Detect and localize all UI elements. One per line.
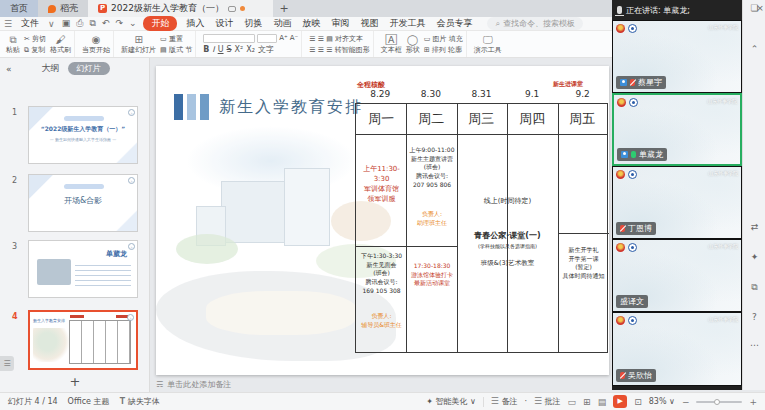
file-chevron-icon [48, 19, 55, 29]
presentation-tools-button[interactable]: 🖵演示工具 [474, 34, 502, 54]
tab-docer[interactable]: 稻壳 [38, 0, 88, 17]
cut-button[interactable]: 剪切 [24, 34, 46, 44]
font-size-box[interactable] [257, 34, 277, 43]
notes-button[interactable]: 备注 [491, 396, 518, 407]
arrange-icon [424, 46, 430, 54]
emblem-logo-icon [616, 170, 625, 179]
slide-thumbnail-1[interactable]: “2022级新生入学教育（一）” — 新生如何快速融入大学生活指南 — [28, 106, 138, 164]
font-name-box[interactable] [203, 34, 255, 43]
preview-icon[interactable] [89, 18, 95, 29]
close-window-icon[interactable] [754, 3, 765, 13]
menu-membership[interactable]: 会员专享 [434, 17, 474, 30]
beauty-icon[interactable] [743, 252, 765, 262]
theme-label[interactable]: Office 主题 [68, 396, 110, 407]
menu-devtools[interactable]: 开发工具 [387, 17, 427, 30]
add-slide-button[interactable]: + [0, 374, 150, 389]
slideshow-play-button[interactable] [613, 395, 627, 408]
current-slide[interactable]: 新生入学教育安排 全程核酸 新生进课堂 8.298.308.319.19.2 [156, 66, 609, 375]
switch-view-icon[interactable] [743, 222, 765, 232]
notes-hint-label: 单击此处添加备注 [167, 379, 231, 390]
layout-switch-icon[interactable] [743, 282, 765, 293]
zoom-level[interactable]: 83% [649, 397, 675, 406]
fit-window-button[interactable] [634, 397, 642, 407]
new-slide-button[interactable]: 新建幻灯片 [121, 34, 156, 54]
bold-button[interactable]: B [203, 45, 209, 54]
paste-icon [9, 34, 16, 46]
bullet-list-icon[interactable] [309, 35, 315, 43]
zoom-in-button[interactable] [749, 397, 757, 407]
more-caret-icon[interactable] [129, 18, 137, 29]
slide-thumbnail-2[interactable]: 开场&合影 [28, 174, 138, 232]
missing-font-item[interactable]: 𝐓 缺失字体 [120, 396, 160, 407]
menu-insert[interactable]: 插入 [184, 17, 206, 30]
slides-tab[interactable]: 幻灯片 [68, 62, 110, 75]
arrange-button[interactable]: 排列 轮廓 [424, 45, 463, 55]
slide-thumbnail-3[interactable]: 单葳龙 [28, 240, 138, 298]
zoom-slider[interactable] [696, 401, 742, 403]
strike-button[interactable]: S [227, 45, 232, 54]
layout-button[interactable]: 版式 节 [160, 45, 192, 55]
menu-design[interactable]: 设计 [213, 17, 235, 30]
smartart-button[interactable]: 转智能图形 [335, 46, 370, 54]
superscript-button[interactable]: X² [235, 45, 244, 54]
menu-view[interactable]: 视图 [358, 17, 380, 30]
align-left-icon[interactable] [309, 46, 315, 54]
panel-handle[interactable] [0, 356, 14, 371]
video-tile-2-speaking[interactable]: 山东外事学院 单葳龙 [612, 93, 742, 166]
zoom-slider-knob[interactable] [714, 399, 720, 405]
font-grow-button[interactable]: A⁺ [279, 34, 287, 43]
indent-icon[interactable] [326, 35, 333, 43]
text-effects-button[interactable]: 文字 [258, 44, 274, 55]
font-shrink-button[interactable]: A⁻ [290, 34, 298, 43]
undo-icon[interactable] [102, 18, 110, 29]
collapse-panel-button[interactable]: « [6, 64, 12, 74]
shapes-button[interactable]: ◯形状 [406, 34, 420, 54]
help-icon[interactable] [743, 312, 765, 322]
picture-button[interactable]: 图片 填充 [424, 34, 463, 44]
save-icon[interactable] [62, 18, 71, 29]
more-icon[interactable] [743, 340, 765, 350]
copy-button[interactable]: 复制 [24, 45, 46, 55]
tab-document[interactable]: P 2022级新生入学教育（一） [88, 0, 273, 17]
format-painter-button[interactable]: 🖌格式刷 [50, 34, 71, 54]
normal-view-button[interactable] [568, 397, 577, 407]
hamburger-icon[interactable] [4, 19, 12, 29]
play-from-page-button[interactable]: 当页开始 [82, 34, 110, 54]
video-tile-4[interactable]: 山东外事学院 盛译文 [612, 239, 742, 312]
align-right-icon[interactable] [326, 46, 332, 54]
menu-home[interactable]: 开始 [143, 16, 177, 31]
align-text-button[interactable]: 对齐文本 [335, 35, 363, 43]
italic-button[interactable]: I [212, 45, 214, 54]
reset-button[interactable]: 重置 [160, 34, 192, 44]
menu-file[interactable]: 文件 [19, 17, 41, 30]
thumb4-red-note [70, 315, 84, 318]
new-tab-button[interactable] [273, 0, 295, 17]
reading-view-button[interactable] [598, 397, 607, 407]
comments-button[interactable]: 批注 [534, 396, 561, 407]
tab-home[interactable]: 首页 [0, 0, 38, 17]
zoom-out-button[interactable] [682, 397, 690, 407]
menu-animation[interactable]: 动画 [271, 17, 293, 30]
menu-slideshow[interactable]: 放映 [300, 17, 322, 30]
smart-beautify-button[interactable]: 智能美化 [426, 396, 476, 407]
video-tile-3[interactable]: 山东外事学院 丁恩博 [612, 166, 742, 239]
redo-icon[interactable] [115, 18, 123, 29]
video-tile-5[interactable]: 山东外事学院 吴欣怡 [612, 312, 742, 386]
collapse-up-icon[interactable] [743, 44, 765, 54]
sorter-view-button[interactable] [583, 397, 591, 407]
align-center-icon[interactable] [318, 46, 324, 54]
outline-tab[interactable]: 大纲 [42, 62, 60, 75]
menu-review[interactable]: 审阅 [329, 17, 351, 30]
slide-thumbnail-4-selected[interactable]: 新生入学教育安排 [28, 310, 138, 370]
print-icon[interactable] [76, 18, 83, 29]
textbox-button[interactable]: 🄰文本框 [381, 34, 402, 54]
subscript-button[interactable]: X₂ [246, 45, 255, 54]
menu-transition[interactable]: 切换 [242, 17, 264, 30]
video-tile-1[interactable]: 山东外事学院 蔡星宇 [612, 20, 742, 93]
paste-button[interactable]: 粘贴 [6, 34, 20, 54]
underline-button[interactable]: U [218, 45, 224, 54]
notes-hint[interactable]: 单击此处添加备注 [150, 376, 612, 392]
command-search-box[interactable]: 查找命令、搜索模板 [487, 17, 582, 30]
number-list-icon[interactable] [318, 35, 324, 43]
play-circle-icon [92, 34, 101, 46]
